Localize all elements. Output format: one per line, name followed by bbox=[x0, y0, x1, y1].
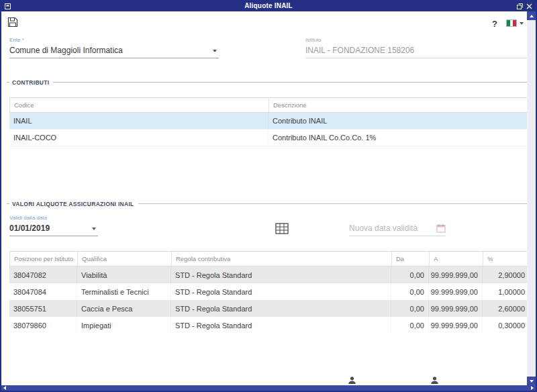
column-header-regola[interactable]: Regola contributiva bbox=[172, 252, 392, 266]
contributi-row[interactable]: INAIL Contributo INAIL bbox=[9, 113, 529, 130]
vertical-scrollbar-thumb[interactable] bbox=[528, 21, 535, 376]
ente-value[interactable]: Comune di Maggioli Informatica bbox=[9, 46, 219, 55]
legend-line bbox=[53, 82, 530, 83]
cell-a[interactable]: 99.999.999,00 bbox=[429, 283, 483, 300]
scroll-up-icon[interactable] bbox=[527, 11, 536, 20]
cell-regola[interactable]: STD - Regola Standard bbox=[171, 317, 391, 334]
cell-percentuale[interactable]: 1,00000 bbox=[483, 283, 529, 300]
cell-regola[interactable]: STD - Regola Standard bbox=[171, 266, 391, 283]
ente-underline bbox=[9, 58, 219, 58]
validi-dalla-data-value[interactable]: 01/01/2019 bbox=[9, 224, 98, 233]
ente-dropdown-caret-icon[interactable] bbox=[213, 50, 217, 52]
help-icon[interactable]: ? bbox=[492, 19, 497, 29]
cell-percentuale[interactable]: 2,60000 bbox=[483, 300, 529, 317]
istituto-label: Istituto bbox=[305, 37, 528, 43]
valori-section-header: VALORI ALIQUOTE ASSICURAZIONI INAIL bbox=[7, 200, 530, 207]
column-header-a[interactable]: A bbox=[430, 252, 483, 266]
data-dropdown-caret-icon[interactable] bbox=[92, 228, 96, 230]
user-icon bbox=[430, 375, 440, 385]
istituto-field: Istituto INAIL - FONDAZIONE 158206 bbox=[305, 37, 528, 58]
cell-posizione[interactable]: 38047084 bbox=[9, 283, 77, 300]
cell-da[interactable]: 0,00 bbox=[391, 317, 429, 334]
horizontal-scrollbar[interactable] bbox=[1, 385, 536, 391]
legend-line bbox=[138, 203, 530, 204]
column-header-percentuale[interactable]: % bbox=[483, 252, 528, 266]
cell-descrizione[interactable]: Contributo INAIL bbox=[268, 113, 529, 129]
titlebar[interactable]: Aliquote INAIL bbox=[1, 1, 536, 11]
maximize-icon[interactable] bbox=[516, 3, 524, 10]
cell-percentuale[interactable]: 0,30000 bbox=[483, 317, 529, 334]
cell-codice[interactable]: INAIL-COCO bbox=[9, 130, 268, 146]
aliquote-row[interactable]: 38079860 Impiegati STD - Regola Standard… bbox=[9, 317, 529, 334]
cell-a[interactable]: 99.999.999,00 bbox=[429, 317, 483, 334]
cell-qualifica[interactable]: Impiegati bbox=[77, 317, 171, 334]
aliquote-table: Posizione per Istituto Qualifica Regola … bbox=[9, 251, 529, 334]
column-header-codice[interactable]: Codice bbox=[10, 98, 269, 112]
vertical-scrollbar[interactable] bbox=[527, 11, 536, 385]
contributi-section-header: CONTRIBUTI bbox=[7, 79, 530, 86]
cell-qualifica[interactable]: Terminalisti e Tecnici bbox=[77, 283, 171, 300]
validi-dalla-data-label: Validi dalla data bbox=[9, 215, 98, 221]
calendar-icon[interactable] bbox=[436, 224, 446, 233]
cell-percentuale[interactable]: 2,90000 bbox=[483, 266, 529, 283]
nuova-data-placeholder[interactable]: Nuova data validità bbox=[349, 224, 446, 233]
column-header-qualifica[interactable]: Qualifica bbox=[78, 252, 172, 266]
column-header-posizione[interactable]: Posizione per Istituto bbox=[10, 252, 78, 266]
cell-descrizione[interactable]: Contributo INAIL Co.Co.Co. 1% bbox=[268, 130, 529, 146]
ente-label: Ente * bbox=[9, 37, 219, 43]
contributi-row[interactable]: INAIL-COCO Contributo INAIL Co.Co.Co. 1% bbox=[9, 130, 529, 146]
cell-regola[interactable]: STD - Regola Standard bbox=[171, 283, 391, 300]
scroll-down-icon[interactable] bbox=[527, 377, 536, 385]
close-icon[interactable] bbox=[526, 3, 533, 10]
legend-tick bbox=[7, 203, 9, 204]
cell-da[interactable]: 0,00 bbox=[391, 300, 429, 317]
legend-tick bbox=[7, 82, 9, 83]
aliquote-row[interactable]: 38055751 Caccia e Pesca STD - Regola Sta… bbox=[9, 300, 529, 317]
cell-posizione[interactable]: 38047082 bbox=[9, 266, 77, 283]
cell-da[interactable]: 0,00 bbox=[391, 283, 429, 300]
language-flag-icon[interactable] bbox=[506, 19, 517, 27]
cell-codice[interactable]: INAIL bbox=[9, 113, 268, 129]
cell-qualifica[interactable]: Caccia e Pesca bbox=[77, 300, 171, 317]
istituto-value: INAIL - FONDAZIONE 158206 bbox=[305, 46, 528, 55]
ente-field[interactable]: Ente * Comune di Maggioli Informatica bbox=[9, 37, 219, 58]
cell-da[interactable]: 0,00 bbox=[391, 266, 429, 283]
toolbar: ? bbox=[1, 11, 527, 32]
aliquote-table-header: Posizione per Istituto Qualifica Regola … bbox=[9, 251, 529, 266]
grid-view-button[interactable] bbox=[273, 219, 291, 238]
app-window: Aliquote INAIL ? Ente * Comune di Maggio… bbox=[0, 0, 537, 392]
contributi-legend: CONTRIBUTI bbox=[12, 79, 49, 86]
window-title: Aliquote INAIL bbox=[1, 2, 536, 9]
column-header-da[interactable]: Da bbox=[392, 252, 430, 266]
scroll-left-icon[interactable] bbox=[3, 386, 6, 390]
user-icon bbox=[348, 375, 357, 385]
save-button[interactable] bbox=[7, 17, 19, 29]
istituto-underline bbox=[305, 58, 528, 58]
cell-posizione[interactable]: 38055751 bbox=[9, 300, 77, 317]
aliquote-row[interactable]: 38047084 Terminalisti e Tecnici STD - Re… bbox=[9, 283, 529, 300]
column-header-descrizione[interactable]: Descrizione bbox=[269, 98, 528, 112]
cell-regola[interactable]: STD - Regola Standard bbox=[171, 300, 391, 317]
language-dropdown-caret-icon[interactable] bbox=[520, 22, 524, 25]
contributi-table: Codice Descrizione INAIL Contributo INAI… bbox=[9, 97, 529, 146]
data-underline bbox=[9, 236, 98, 236]
cell-qualifica[interactable]: Viabilità bbox=[77, 266, 171, 283]
aliquote-row[interactable]: 38047082 Viabilità STD - Regola Standard… bbox=[9, 266, 529, 283]
contributi-table-header: Codice Descrizione bbox=[9, 97, 529, 113]
validi-dalla-data-field[interactable]: Validi dalla data 01/01/2019 bbox=[9, 215, 98, 236]
cell-a[interactable]: 99.999.999,00 bbox=[429, 266, 483, 283]
cell-a[interactable]: 99.999.999,00 bbox=[429, 300, 483, 317]
valori-legend: VALORI ALIQUOTE ASSICURAZIONI INAIL bbox=[12, 201, 134, 207]
scroll-right-icon[interactable] bbox=[531, 386, 534, 390]
cell-posizione[interactable]: 38079860 bbox=[9, 317, 77, 334]
nuova-data-validita-field[interactable]: Nuova data validità bbox=[349, 215, 446, 236]
nuova-data-underline bbox=[349, 236, 446, 236]
